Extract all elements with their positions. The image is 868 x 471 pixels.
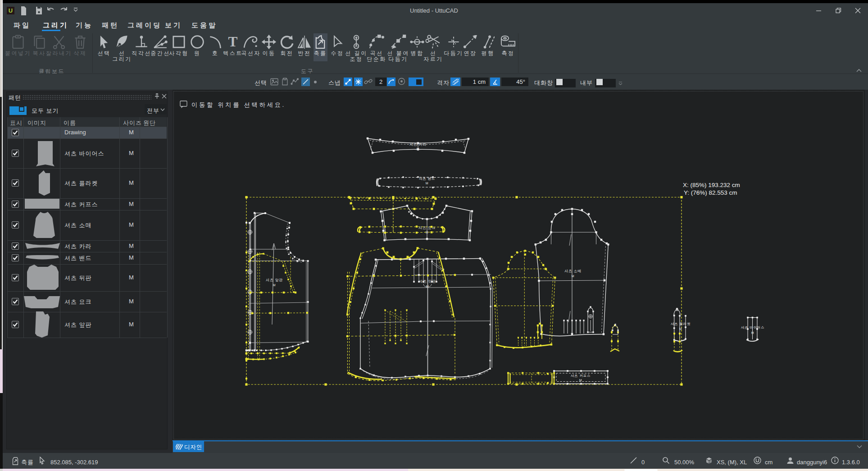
svg-text:M: M [679, 327, 682, 330]
svg-text:셔츠 앞판: 셔츠 앞판 [266, 278, 283, 282]
svg-text:셔츠 커프스: 셔츠 커프스 [571, 374, 591, 378]
svg-text:셔츠 카라: 셔츠 카라 [409, 142, 427, 146]
svg-text:셔츠 밴드: 셔츠 밴드 [419, 177, 435, 181]
svg-text:M: M [579, 379, 582, 382]
svg-text:M: M [417, 147, 420, 151]
svg-text:셔츠 바이어스: 셔츠 바이어스 [741, 325, 765, 329]
svg-text:셔츠 소매: 셔츠 소매 [564, 269, 582, 273]
svg-text:셔츠 플라켓: 셔츠 플라켓 [671, 322, 691, 326]
svg-text:셔츠 요크: 셔츠 요크 [418, 226, 436, 230]
svg-text:M: M [273, 284, 276, 287]
svg-text:M: M [426, 285, 429, 288]
svg-text:M: M [426, 182, 429, 185]
svg-text:M: M [751, 331, 754, 334]
svg-text:M: M [572, 274, 575, 278]
svg-text:셔츠 뒤판: 셔츠 뒤판 [419, 279, 436, 284]
